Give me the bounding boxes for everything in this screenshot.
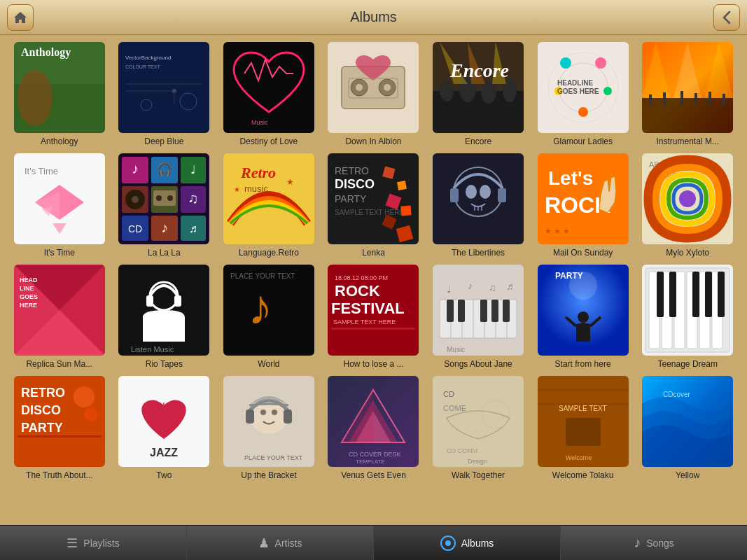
album-title: Yellow (676, 470, 699, 480)
album-title: Mail On Sunday (553, 248, 613, 258)
svg-rect-138 (458, 300, 465, 322)
svg-text:CD COVER DESK: CD COVER DESK (349, 451, 401, 458)
tab-albums[interactable]: Albums (374, 526, 561, 560)
svg-rect-85 (401, 205, 412, 216)
album-item[interactable]: I JAZZ Two (116, 376, 214, 480)
tab-songs[interactable]: ♪ Songs (561, 526, 747, 560)
album-item[interactable]: SAMPLE TEXT Welcome Welcome Tolaku (534, 376, 632, 480)
svg-text:★ ★ ★: ★ ★ ★ (545, 227, 570, 235)
svg-text:♬: ♬ (506, 281, 514, 292)
album-title: Welcome Tolaku (552, 470, 614, 480)
album-item[interactable]: ABSTRACT: background Mylo Xyloto (638, 153, 736, 258)
album-item[interactable]: The Libertines (429, 153, 527, 258)
svg-point-93 (480, 185, 491, 199)
album-cover-two: I JAZZ (118, 376, 209, 467)
album-cover-bracket: PLACE YOUR TEXT (223, 376, 314, 467)
svg-text:♫: ♫ (489, 282, 496, 293)
album-item[interactable]: Anthology Anthology (11, 42, 109, 146)
svg-rect-47 (722, 94, 725, 105)
svg-text:Music: Music (447, 346, 465, 354)
svg-point-25 (440, 80, 454, 102)
svg-rect-164 (705, 272, 712, 317)
album-item[interactable]: CD COME CD COMM Design Walk Together (429, 376, 527, 480)
svg-rect-14 (223, 42, 314, 133)
svg-rect-179 (284, 410, 292, 424)
svg-text:Design: Design (468, 458, 487, 465)
tab-artists-label: Artists (275, 538, 302, 549)
svg-text:SAMPLE TEXT HERE: SAMPLE TEXT HERE (333, 318, 396, 326)
album-cover-lose: 18.08.12 08.00 PM ROCK FESTIVAL SAMPLE T… (328, 265, 419, 356)
svg-point-36 (603, 87, 612, 95)
back-button[interactable] (713, 4, 740, 31)
album-item[interactable]: Down In Albion (325, 42, 423, 146)
album-item[interactable]: It's Time It's Time (11, 153, 109, 258)
album-item[interactable]: Listen Music Rio Tapes (116, 265, 214, 369)
album-item[interactable]: ♩ ♪ ♫ ♬ Music Songs About Jane (429, 265, 527, 369)
album-cover-teenage (642, 265, 733, 356)
album-item[interactable]: HEADLINE GOES HERE Glamour Ladies (534, 42, 632, 146)
svg-text:Welcome: Welcome (566, 454, 592, 461)
svg-text:TEMPLATE: TEMPLATE (356, 458, 385, 465)
home-button[interactable] (7, 4, 34, 31)
album-cover-rio: Listen Music (118, 265, 209, 356)
album-item[interactable]: RETRO DISCO PARTY The Truth About... (11, 376, 109, 480)
svg-point-63 (167, 195, 173, 201)
album-item[interactable]: PARTY Start from here (534, 265, 632, 369)
tab-playlists[interactable]: ☰ Playlists (0, 526, 187, 560)
album-item[interactable]: 18.08.12 08.00 PM ROCK FESTIVAL SAMPLE T… (325, 265, 423, 369)
album-item[interactable]: ♪ ♪ PLACE YOUR TEXT World (220, 265, 318, 369)
album-item[interactable]: PLACE YOUR TEXT Up the Bracket (220, 376, 318, 480)
svg-rect-165 (718, 272, 725, 317)
svg-text:CD COMM: CD COMM (447, 447, 477, 454)
album-item[interactable]: Instrumental M... (638, 42, 736, 146)
svg-text:COME: COME (443, 404, 466, 412)
svg-text:Listen Music: Listen Music (131, 345, 174, 354)
album-item[interactable]: Teenage Dream (638, 265, 736, 369)
svg-text:GOES: GOES (20, 293, 38, 300)
svg-point-37 (578, 107, 588, 117)
album-title: Two (156, 470, 172, 480)
svg-rect-90 (450, 188, 459, 202)
svg-text:♩: ♩ (447, 284, 452, 295)
album-cover-venus: CD COVER DESK TEMPLATE (328, 376, 419, 467)
album-title: Up the Bracket (241, 470, 296, 480)
svg-rect-46 (708, 92, 711, 105)
album-cover-down-albion (328, 42, 419, 133)
svg-text:Encore: Encore (449, 59, 509, 81)
album-item[interactable]: CD COVER DESK TEMPLATE Venus Gets Even (325, 376, 423, 480)
svg-text:RETRO: RETRO (335, 165, 369, 176)
svg-rect-128 (331, 328, 415, 330)
svg-rect-141 (503, 300, 510, 322)
svg-text:18.08.12  08.00 PM: 18.08.12 08.00 PM (335, 274, 388, 281)
album-cover-mylo: ABSTRACT: background (642, 153, 733, 244)
album-item[interactable]: RETRO DISCO PARTY SAMPLE TEXT HERE Lenka (325, 153, 423, 258)
svg-text:HEAD: HEAD (20, 276, 38, 284)
svg-text:🎧: 🎧 (157, 162, 173, 177)
svg-text:Music: Music (251, 119, 268, 126)
svg-rect-161 (657, 272, 664, 317)
album-item[interactable]: CDcover Yellow (638, 376, 736, 480)
albums-content: Anthology Anthology VectorBackground COL… (0, 35, 747, 525)
album-item[interactable]: HEAD LINE GOES HERE Replica Sun Ma... (11, 265, 109, 369)
album-item[interactable]: ♪ 🎧 ♩ ♫ (116, 153, 214, 258)
album-item[interactable]: Music Destiny of Love (220, 42, 318, 146)
svg-text:Let's: Let's (548, 167, 593, 189)
svg-text:DISCO: DISCO (335, 177, 375, 191)
album-item[interactable]: Encore Encore (429, 42, 527, 146)
album-title: Encore (465, 136, 491, 146)
tab-albums-label: Albums (461, 538, 494, 549)
svg-text:HERE: HERE (20, 302, 37, 309)
svg-text:CDcover: CDcover (663, 391, 691, 398)
album-title: Mylo Xyloto (666, 248, 709, 258)
album-cover-instrumental (642, 42, 733, 133)
album-item[interactable]: Retro music ★ ★ Language.Retro (220, 153, 318, 258)
album-cover-world: ♪ ♪ PLACE YOUR TEXT (223, 265, 314, 356)
svg-text:GOES HERE: GOES HERE (557, 88, 599, 95)
album-title: Language.Retro (239, 248, 299, 258)
tab-songs-label: Songs (646, 538, 674, 549)
album-item[interactable]: VectorBackground COLOUR TEXT Deep Blue (116, 42, 214, 146)
albums-icon (440, 536, 456, 551)
svg-text:PARTY: PARTY (335, 193, 367, 204)
tab-artists[interactable]: ♟ Artists (187, 526, 374, 560)
album-item[interactable]: Let's ROCK ★ ★ ★ Mail On Sunday (534, 153, 632, 258)
